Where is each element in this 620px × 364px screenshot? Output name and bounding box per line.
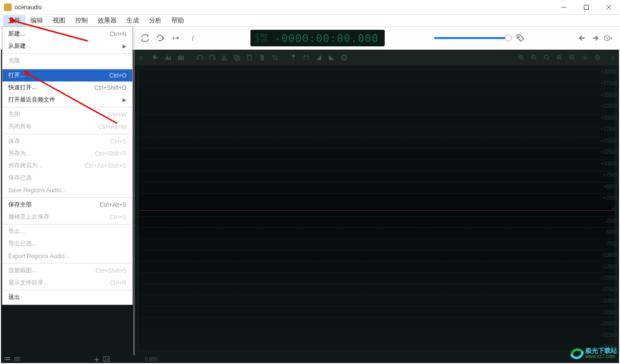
svg-point-28	[582, 55, 587, 60]
svg-point-14	[222, 59, 224, 61]
zoom-in-icon[interactable]	[517, 53, 526, 62]
watermark-logo-icon	[570, 346, 584, 361]
scale-tick: -22500	[595, 310, 619, 315]
marker-icon[interactable]	[289, 53, 298, 62]
waveform-display[interactable]	[138, 69, 615, 351]
bars-mode-icon[interactable]	[164, 53, 173, 62]
svg-rect-32	[6, 357, 10, 358]
jump-icon[interactable]	[172, 34, 181, 42]
scale-tick: +22500	[595, 103, 619, 109]
svg-rect-35	[14, 357, 20, 358]
fade-in-icon[interactable]	[314, 53, 324, 62]
crop-icon[interactable]	[270, 53, 280, 62]
copy-icon[interactable]	[232, 53, 242, 62]
menu-help[interactable]: 帮助	[166, 15, 189, 26]
lcd-ch: 0 ch	[255, 38, 268, 43]
menu-item: Save Regions Audio...	[2, 184, 132, 196]
view-lines-icon[interactable]	[14, 356, 21, 362]
waveform-mode-icon[interactable]	[151, 53, 161, 62]
paste-icon[interactable]	[245, 53, 254, 62]
zoom-sel-icon[interactable]	[542, 53, 552, 62]
loop-forward-icon[interactable]	[156, 34, 165, 42]
fade-out-icon[interactable]	[327, 53, 336, 62]
menu-item[interactable]: 从新建▶	[2, 40, 132, 52]
menu-item[interactable]: 打开...Ctrl+O	[2, 69, 132, 81]
cut-icon[interactable]	[219, 53, 229, 62]
minimize-button[interactable]	[553, 0, 575, 15]
scale-tick: +30000	[595, 69, 619, 75]
delete-icon[interactable]	[257, 53, 267, 62]
menu-view[interactable]: 视图	[48, 15, 70, 26]
volume-slider[interactable]	[434, 37, 512, 39]
zoom-out-icon[interactable]	[529, 53, 539, 62]
scale-tick: -25000	[595, 321, 619, 326]
image-icon[interactable]	[103, 356, 110, 362]
forward-icon[interactable]	[591, 34, 599, 42]
info-icon[interactable]: i	[188, 34, 197, 42]
grip-right	[611, 53, 614, 62]
svg-rect-19	[248, 55, 250, 56]
menu-item[interactable]: 保存全部Ctrl+Alt+S	[2, 199, 132, 211]
menu-item[interactable]: 新建...Ctrl+N	[2, 28, 132, 40]
target-icon[interactable]	[593, 53, 602, 62]
loop-controls	[137, 34, 185, 42]
scale-tick: -7500	[595, 241, 619, 246]
scale-tick: +5000	[595, 184, 619, 189]
edit-toolbar	[134, 50, 619, 65]
scale-tick: +25000	[595, 92, 619, 98]
scale-tick: -10000	[595, 252, 619, 258]
redo-icon[interactable]	[207, 53, 217, 62]
repeat-icon[interactable]	[141, 34, 149, 42]
menu-generate[interactable]: 生成	[122, 15, 144, 26]
scale-tick: +17500	[595, 126, 619, 132]
scale-tick: -15000	[595, 275, 619, 281]
menu-file[interactable]: 文件	[3, 15, 25, 26]
svg-rect-31	[4, 357, 5, 358]
record-icon[interactable]	[339, 53, 349, 62]
svg-rect-1	[584, 5, 589, 9]
scale-tick: +10000	[595, 161, 619, 166]
menu-analyze[interactable]: 分析	[144, 15, 166, 26]
view-list-icon[interactable]	[4, 356, 11, 362]
zoom-fit-icon[interactable]	[555, 53, 564, 62]
back-icon[interactable]	[578, 34, 587, 42]
menu-effects[interactable]: 效果器	[93, 15, 122, 26]
menu-item: 保存Ctrl+S	[2, 135, 132, 147]
menu-item: 另存拷贝为...Ctrl+Alt+Shift+S	[2, 160, 132, 172]
svg-rect-12	[181, 57, 182, 60]
window-controls	[553, 0, 620, 15]
svg-rect-7	[167, 56, 168, 60]
region-icon[interactable]	[301, 53, 311, 62]
menu-control[interactable]: 控制	[70, 15, 93, 26]
add-icon[interactable]	[93, 356, 100, 362]
menu-item: 导出...	[2, 225, 132, 238]
settings-icon[interactable]	[580, 53, 590, 62]
svg-point-30	[597, 57, 598, 58]
close-button[interactable]	[598, 0, 620, 15]
waveform-panel	[134, 50, 619, 355]
svg-rect-8	[168, 58, 169, 60]
scale-tick: -17500	[595, 287, 619, 292]
scale-tick: +0	[595, 206, 619, 212]
scale-tick: -2500	[595, 218, 619, 223]
menu-item[interactable]: 快速打开...Ctrl+Shift+O	[2, 81, 132, 94]
svg-point-4	[173, 37, 174, 39]
history-icon[interactable]: ▾	[603, 34, 612, 42]
menu-item[interactable]: 打开最近音频文件▶	[2, 94, 132, 106]
status-position: 0.000	[145, 357, 157, 362]
scale-tick: -27500	[595, 332, 619, 338]
menu-item[interactable]: 退出	[2, 291, 132, 303]
scale-tick: +7500	[595, 172, 619, 178]
app-title: ocenaudio	[15, 4, 553, 11]
menu-edit[interactable]: 编辑	[25, 15, 48, 26]
zoom-v-icon[interactable]	[567, 53, 577, 62]
svg-point-39	[105, 358, 106, 359]
scale-tick: -5000	[595, 229, 619, 235]
scale-tick: +20000	[595, 115, 619, 121]
maximize-button[interactable]	[575, 0, 598, 15]
svg-rect-11	[180, 55, 181, 60]
envelope-mode-icon[interactable]	[176, 53, 186, 62]
tag-icon[interactable]	[516, 34, 525, 42]
scale-tick: +27500	[595, 81, 619, 86]
undo-icon[interactable]	[195, 53, 205, 62]
